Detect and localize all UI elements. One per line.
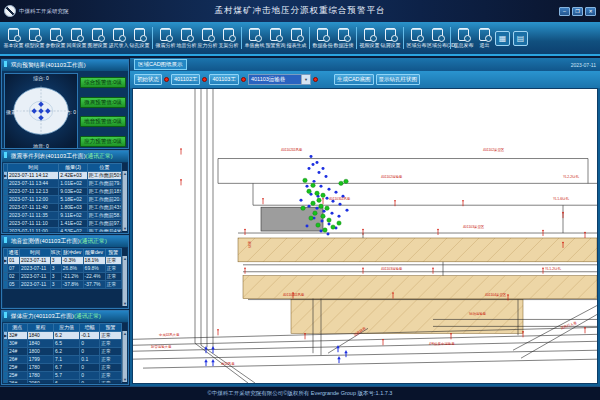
table-row[interactable]: 26#17997.10.1正常 (4, 356, 122, 364)
map-annotation: 进风行人巷 (560, 321, 578, 331)
table-row[interactable]: 2023-07-11 11:101.41E+02距工作面前97.01米 (4, 220, 122, 228)
toolbar-button-图层设置[interactable]: 图层设置 (87, 28, 108, 48)
toolbar-button-数据连接[interactable]: 数据连接 (333, 28, 354, 48)
scroll-up-icon[interactable]: ▲ (123, 256, 127, 261)
table-row[interactable]: 052023-07-113-37.8%-37.7%正常 (4, 281, 122, 289)
table-row[interactable]: 2023-07-11 12:139.03E+02距工作面后18米 (4, 188, 122, 196)
column-header[interactable]: 应力值 (54, 324, 80, 332)
toolbar-button-微震分析[interactable]: 微震分析 (155, 28, 176, 48)
toolbar-button-回采设置[interactable]: 回采设置 (66, 28, 87, 48)
toolbar-button-进尺录入[interactable]: 进尺录入 (108, 28, 129, 48)
toolbar-button-视频设置[interactable]: 视频设置 (359, 28, 380, 48)
column-header[interactable]: 测点 (8, 324, 28, 332)
column-header[interactable]: 能量(J) (59, 164, 88, 172)
column-header[interactable]: 时间 (20, 249, 51, 257)
warning-value-button[interactable]: 微震预警值:0级 (80, 97, 126, 108)
toolbar-button-支架分析[interactable]: 支架分析 (218, 28, 239, 48)
column-header[interactable]: 里程 (27, 324, 53, 332)
toolbar-button-区域分布[interactable]: 区域分布 (406, 28, 427, 48)
toolbar-button-参数设置[interactable]: 参数设置 (45, 28, 66, 48)
chevron-down-icon[interactable]: ▼ (301, 75, 310, 84)
toolbar-button-地音分析[interactable]: 地音分析 (176, 28, 197, 48)
warning-value-button[interactable]: 应力预警值:0级 (80, 136, 126, 147)
toolbar-button-单值曲线[interactable]: 单值曲线 (244, 28, 265, 48)
scroll-up-icon[interactable]: ▲ (123, 171, 127, 176)
column-header[interactable]: 通道 (8, 249, 20, 257)
table-row[interactable]: 25#17806.70正常 (4, 364, 122, 372)
table-row[interactable]: 25#17805.70正常 (4, 372, 122, 380)
cell: 0.1 (80, 356, 100, 364)
toolbar-doc-gear-icon (223, 28, 234, 41)
cell: 3 (50, 281, 61, 289)
minimize-button[interactable]: – (559, 7, 570, 16)
table-row[interactable]: 2023-07-11 12:005.18E+02距工作面前20.02米 (4, 196, 122, 204)
sensor-marker-head (180, 179, 182, 181)
ms-event-dot-green (317, 198, 321, 202)
toolbar-button-区域分布(3D)[interactable]: 区域分布(3D) (427, 28, 448, 48)
column-header[interactable]: 预警 (100, 324, 122, 332)
scroll-down-icon[interactable]: ▼ (123, 301, 127, 306)
cell: 24# (8, 348, 28, 356)
table-row[interactable]: ▶2023-07-11 14:122.42E+03距工作面后50米 (4, 172, 122, 180)
scroll-up-icon[interactable]: ▲ (123, 331, 127, 336)
maximize-button[interactable]: ❐ (572, 7, 583, 16)
map-action-button-生成CAD底图[interactable]: 生成CAD底图 (334, 74, 374, 85)
toolbar-button-钻屑设置[interactable]: 钻屑设置 (380, 28, 401, 48)
column-header[interactable]: 脉冲dev (61, 249, 83, 257)
table-row[interactable]: 072023-07-11326.8%69.8%正常 (4, 265, 122, 273)
close-button[interactable]: ✕ (585, 7, 596, 16)
cell: 1840 (27, 332, 53, 340)
toolbar-button-label: 报表生成 (286, 42, 307, 48)
map-action-button-显示钻孔柱状图[interactable]: 显示钻孔柱状图 (376, 74, 421, 85)
column-header[interactable]: 能量dev (83, 249, 105, 257)
map-view-button-初始状态[interactable]: 初始状态 (134, 74, 162, 85)
toolbar-grid-icon-button[interactable]: ▦ (495, 31, 510, 46)
table-row[interactable]: 2023-07-11 11:004.53E+02距工作面后4米 (4, 228, 122, 233)
column-header[interactable]: 预警 (105, 249, 121, 257)
column-header[interactable]: 班次 (50, 249, 61, 257)
toolbar-button-预警查询[interactable]: 预警查询 (265, 28, 286, 48)
toolbar-button-信息发布[interactable]: 信息发布 (453, 28, 474, 48)
toolbar-list-icon-button[interactable]: ▤ (513, 31, 528, 46)
table-row[interactable]: 2023-07-11 13:441.01E+02距工作面前79.01米 (4, 180, 122, 188)
warning-value-button[interactable]: 综合预警值:0级 (80, 77, 126, 88)
table-row[interactable]: 30#18406.50正常 (4, 340, 122, 348)
toolbar-button-模型设置[interactable]: 模型设置 (24, 28, 45, 48)
cell: -22.4% (83, 273, 105, 281)
toolbar-button-数据备份[interactable]: 数据备份 (312, 28, 333, 48)
table-row[interactable]: 2023-07-11 11:401.80E+03距工作面后43米 (4, 204, 122, 212)
toolbar-button-钻孔设置[interactable]: 钻孔设置 (129, 28, 150, 48)
warning-compass: 综合: 0 微震: 0 应力: 0 地音: 0 (4, 73, 78, 149)
map-annotation: 胶带运输大巷 (151, 344, 172, 349)
warning-value-button[interactable]: 地音预警值:0级 (80, 116, 126, 127)
toolbar-button-报表生成[interactable]: 报表生成 (286, 28, 307, 48)
toolbar-button-退出[interactable]: 退出 (474, 28, 495, 48)
toolbar-button-基本设置[interactable]: 基本设置 (3, 28, 24, 48)
table-row[interactable]: ▶32#18406.2-0.1正常 (4, 332, 122, 340)
table-row[interactable]: 2023-07-11 11:359.11E+02距工作面前58.01米 (4, 212, 122, 220)
roadway-select[interactable]: 401103运输巷▼ (248, 74, 311, 85)
table-row[interactable]: 022023-07-113-21.2%-22.4%正常 (4, 273, 122, 281)
column-header[interactable]: 增幅 (80, 324, 100, 332)
roadway-select-value: 401103运输巷 (249, 75, 301, 84)
table-row[interactable]: 24#18006.20正常 (4, 348, 122, 356)
table-scrollbar[interactable]: ▲▼ (122, 331, 127, 382)
column-header[interactable]: 时间 (8, 164, 59, 172)
table-row[interactable]: 26#206060正常 (4, 380, 122, 384)
table-scrollbar[interactable]: ▲▼ (122, 171, 127, 231)
scroll-down-icon[interactable]: ▼ (123, 226, 127, 231)
map-view-button-401102工[interactable]: 401102工 (171, 74, 200, 85)
mine-map-canvas[interactable]: 401102回风巷401102采空区401102运输巷YL2-2钻孔401103… (132, 88, 598, 384)
cell: 3 (50, 265, 61, 273)
geosound-table: 通道时间班次脉冲dev能量dev预警▶012023-07-113-0.3%18.… (3, 248, 127, 307)
toolbar-button-应力分析[interactable]: 应力分析 (197, 28, 218, 48)
toolbar-button-label: 退出 (474, 42, 495, 48)
scroll-down-icon[interactable]: ▼ (123, 377, 127, 382)
cell: 距工作面前20.02米 (87, 196, 121, 204)
cell: -37.8% (61, 281, 83, 289)
table-row[interactable]: ▶012023-07-113-0.3%18.1%正常 (4, 257, 122, 265)
map-tab-cad-view[interactable]: 区域CAD图纸展示 (134, 59, 187, 70)
table-scrollbar[interactable]: ▲▼ (122, 256, 127, 306)
map-view-button-401103工[interactable]: 401103工 (209, 74, 238, 85)
column-header[interactable]: 位置 (87, 164, 121, 172)
